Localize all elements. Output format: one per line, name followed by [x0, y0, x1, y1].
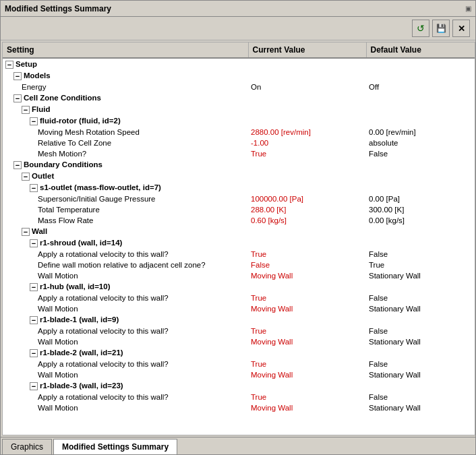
table-row: Apply a rotational velocity to this wall… [3, 392, 475, 402]
table-row: Apply a rotational velocity to this wall… [3, 293, 475, 303]
collapse-icon[interactable]: − [13, 161, 22, 169]
current-value: On [248, 82, 366, 92]
default-value: 0.00 [kg/s] [366, 215, 475, 226]
table-row: −r1-blade-1 (wall, id=9) [3, 314, 475, 326]
collapse-icon[interactable]: − [30, 184, 38, 192]
default-value: False [366, 148, 475, 159]
refresh-button[interactable]: ↺ [412, 20, 429, 37]
table-row: −Models [3, 70, 475, 82]
section-label: Boundary Conditions [24, 160, 102, 169]
collapse-icon[interactable]: − [30, 117, 38, 125]
setting-label: Apply a rotational velocity to this wall… [38, 360, 169, 368]
table-row: −r1-blade-3 (wall, id=23) [3, 380, 475, 392]
setting-label: Wall Motion [38, 272, 78, 280]
collapse-icon[interactable]: − [5, 61, 13, 69]
section-label: Setup [16, 60, 37, 68]
table-row: −Wall [3, 226, 475, 237]
table-row: −s1-outlet (mass-flow-outlet, id=7) [3, 182, 475, 193]
section-label: Models [24, 71, 51, 80]
current-value: 100000.00 [Pa] [248, 193, 366, 204]
default-value: Off [366, 82, 475, 92]
default-value: Stationary Wall [366, 336, 475, 347]
setting-label: Total Temperature [38, 206, 100, 214]
table-container[interactable]: Setting Current Value Default Value −Set… [2, 42, 475, 435]
section-label: Fluid [32, 105, 50, 113]
setting-label: Wall Motion [38, 338, 78, 346]
tab-bar: Graphics Modified Settings Summary [1, 437, 475, 454]
collapse-icon[interactable]: − [22, 173, 30, 181]
default-value: False [366, 249, 475, 260]
table-row: −Setup [3, 58, 475, 70]
collapse-icon[interactable]: − [13, 72, 22, 80]
title-bar: Modified Settings Summary ▣ [1, 1, 475, 17]
col-header-default: Default Value [366, 42, 475, 58]
current-value: True [248, 359, 366, 369]
current-value: True [248, 326, 366, 336]
collapse-icon[interactable]: − [22, 106, 30, 114]
default-value: Stationary Wall [366, 303, 475, 314]
collapse-icon[interactable]: − [30, 349, 38, 357]
close-button[interactable]: ✕ [452, 20, 470, 37]
collapse-icon[interactable]: − [13, 94, 22, 102]
setting-label: Relative To Cell Zone [38, 139, 111, 147]
current-value: 0.60 [kg/s] [248, 215, 366, 226]
setting-label: Mass Flow Rate [38, 216, 93, 224]
table-row: Define wall motion relative to adjacent … [3, 260, 475, 270]
current-value: Moving Wall [248, 402, 366, 413]
subsection-label: fluid-rotor (fluid, id=2) [40, 117, 121, 125]
collapse-icon[interactable]: − [30, 316, 38, 324]
title-bar-controls: ▣ [465, 5, 471, 12]
setting-label: Supersonic/Initial Gauge Pressure [38, 195, 156, 203]
subsection-label: s1-outlet (mass-flow-outlet, id=7) [40, 183, 161, 191]
default-value: Stationary Wall [366, 402, 475, 413]
table-row: Wall MotionMoving WallStationary Wall [3, 270, 475, 281]
table-row: −r1-hub (wall, id=10) [3, 281, 475, 293]
collapse-icon[interactable]: − [30, 382, 38, 390]
default-value: True [366, 260, 475, 270]
collapse-icon[interactable]: − [22, 228, 30, 236]
default-value: 300.00 [K] [366, 204, 475, 215]
current-value: False [248, 260, 366, 270]
setting-label: Wall Motion [38, 404, 78, 412]
subsection-label: r1-blade-2 (wall, id=21) [40, 348, 123, 357]
default-value: Stationary Wall [366, 369, 475, 380]
save-button[interactable]: 💾 [432, 20, 450, 37]
default-value: Stationary Wall [366, 270, 475, 281]
table-row: −r1-blade-2 (wall, id=21) [3, 347, 475, 359]
table-row: Supersonic/Initial Gauge Pressure100000.… [3, 193, 475, 204]
collapse-icon[interactable]: − [30, 283, 38, 291]
col-header-current: Current Value [248, 42, 366, 58]
table-row: Total Temperature288.00 [K]300.00 [K] [3, 204, 475, 215]
default-value: False [366, 392, 475, 402]
table-row: Moving Mesh Rotation Speed2880.00 [rev/m… [3, 127, 475, 138]
subsection-label: r1-hub (wall, id=10) [40, 282, 110, 291]
setting-label: Mesh Motion? [38, 150, 86, 158]
table-row: Apply a rotational velocity to this wall… [3, 359, 475, 369]
default-value: False [366, 359, 475, 369]
current-value: True [248, 249, 366, 260]
subsection-label: r1-shroud (wall, id=14) [40, 239, 122, 247]
table-row: Mass Flow Rate0.60 [kg/s]0.00 [kg/s] [3, 215, 475, 226]
table-row: −Outlet [3, 171, 475, 182]
tab-graphics[interactable]: Graphics [2, 439, 52, 454]
current-value: Moving Wall [248, 336, 366, 347]
setting-label: Apply a rotational velocity to this wall… [38, 327, 169, 335]
table-row: Apply a rotational velocity to this wall… [3, 326, 475, 336]
current-value: Moving Wall [248, 303, 366, 314]
table-row: −Boundary Conditions [3, 159, 475, 171]
default-value: False [366, 293, 475, 303]
tab-modified-settings[interactable]: Modified Settings Summary [53, 439, 177, 454]
collapse-icon[interactable]: − [30, 239, 38, 247]
table-row: Wall MotionMoving WallStationary Wall [3, 303, 475, 314]
table-row: Apply a rotational velocity to this wall… [3, 249, 475, 260]
toolbar: ↺ 💾 ✕ [1, 17, 475, 40]
table-row: Wall MotionMoving WallStationary Wall [3, 369, 475, 380]
table-row: −Fluid [3, 104, 475, 115]
current-value: -1.00 [248, 138, 366, 148]
table-row: Relative To Cell Zone-1.00absolute [3, 138, 475, 148]
table-row: Mesh Motion?TrueFalse [3, 148, 475, 159]
table-row: Wall MotionMoving WallStationary Wall [3, 336, 475, 347]
tab-modified-settings-label: Modified Settings Summary [62, 442, 169, 452]
subsection-label: r1-blade-1 (wall, id=9) [40, 315, 119, 324]
close-icon: ✕ [458, 24, 465, 34]
